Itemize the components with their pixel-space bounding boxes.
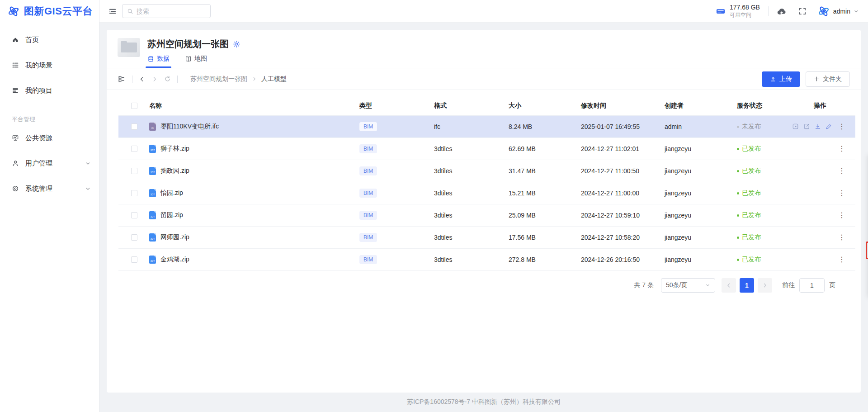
sidebar-item-public-resources[interactable]: 公共资源	[0, 125, 99, 151]
forward-icon[interactable]	[151, 76, 158, 82]
header-format: 格式	[432, 96, 507, 115]
row-checkbox[interactable]	[131, 190, 137, 196]
row-checkbox[interactable]	[131, 234, 137, 241]
prev-page-button[interactable]	[722, 278, 736, 293]
page-number-button[interactable]: 1	[740, 278, 754, 293]
header-actions: 操作	[812, 96, 855, 115]
row-more-icon[interactable]: ⋮	[836, 166, 847, 175]
system-management-icon	[12, 185, 19, 192]
header-status: 服务状态	[735, 96, 812, 115]
sidebar: 图新GIS云平台 首页 我的场景 我的项目 平台管理 公共资源 用户管理 系统管…	[0, 0, 99, 412]
top-header: 177.68 GB 可用空间 admin	[99, 0, 868, 23]
topbar-right: 177.68 GB 可用空间 admin	[716, 4, 859, 19]
upload-cloud-icon[interactable]	[777, 6, 787, 16]
row-more-icon[interactable]: ⋮	[836, 189, 847, 197]
file-type-icon: ifc	[149, 123, 156, 131]
file-type-icon: 3DT	[149, 211, 156, 219]
breadcrumb-current[interactable]: 人工模型	[261, 75, 287, 83]
row-checkbox[interactable]	[131, 146, 137, 152]
file-type-icon: 3DT	[149, 145, 156, 153]
header-creator: 创建者	[663, 96, 735, 115]
goto-page-input[interactable]	[799, 278, 825, 293]
file-name[interactable]: 枣阳110KV变电所.ifc	[160, 123, 219, 131]
chevron-down-icon	[854, 9, 859, 14]
sidebar-item-label: 用户管理	[25, 159, 52, 168]
files-table: 名称 类型 格式 大小 修改时间 创建者 服务状态 操作 ifc 枣阳110KV…	[118, 96, 855, 271]
chevron-down-icon	[85, 186, 91, 192]
plus-icon	[814, 76, 820, 82]
refresh-icon[interactable]	[164, 76, 171, 82]
edit-mini-icon[interactable]	[826, 123, 832, 130]
table-row[interactable]: 3DT 留园.zip BIM 3dtiles 25.09 MB 2024-12-…	[118, 204, 855, 226]
annotation-highlight-box	[866, 242, 868, 259]
fullscreen-icon[interactable]	[798, 7, 807, 15]
row-checkbox[interactable]	[131, 256, 137, 263]
sidebar-item-user-management[interactable]: 用户管理	[0, 151, 99, 176]
brand-logo[interactable]: 图新GIS云平台	[0, 0, 99, 23]
tab-data[interactable]: 数据	[147, 55, 170, 68]
breadcrumb-root[interactable]: 苏州空间规划一张图	[190, 75, 247, 83]
back-icon[interactable]	[139, 76, 145, 82]
download-mini-icon[interactable]	[815, 123, 821, 130]
search-icon	[127, 8, 133, 14]
icp-notice: 苏ICP备16002578号-7 中科图新（苏州）科技有限公司	[407, 398, 561, 406]
file-name[interactable]: 金鸡湖.zip	[160, 256, 189, 264]
table-row[interactable]: 3DT 金鸡湖.zip BIM 3dtiles 272.8 MB 2024-12…	[118, 248, 855, 270]
table-row[interactable]: 3DT 网师园.zip BIM 3dtiles 17.56 MB 2024-12…	[118, 226, 855, 248]
type-badge: BIM	[359, 166, 377, 175]
type-badge: BIM	[359, 189, 377, 198]
preview-icon[interactable]	[792, 123, 799, 130]
project-thumbnail	[118, 38, 140, 57]
table-row[interactable]: ifc 枣阳110KV变电所.ifc BIM ifc 8.24 MB 2025-…	[118, 115, 855, 137]
share-icon[interactable]	[803, 123, 810, 130]
database-icon	[147, 56, 154, 62]
tree-view-icon[interactable]	[118, 75, 126, 83]
sidebar-item-scenes[interactable]: 我的场景	[0, 52, 99, 78]
row-more-icon[interactable]: ⋮	[836, 255, 847, 264]
tab-map[interactable]: 地图	[185, 55, 207, 68]
new-folder-button[interactable]: 文件夹	[806, 71, 850, 87]
upload-button[interactable]: 上传	[762, 71, 800, 87]
file-name[interactable]: 网师园.zip	[160, 233, 189, 242]
table-row[interactable]: 3DT 怡园.zip BIM 3dtiles 15.21 MB 2024-12-…	[118, 182, 855, 204]
sidebar-item-label: 我的项目	[25, 86, 52, 95]
file-name[interactable]: 怡园.zip	[160, 189, 183, 197]
sidebar-item-projects[interactable]: 我的项目	[0, 78, 99, 103]
project-settings-gear-icon[interactable]	[233, 40, 241, 48]
row-checkbox[interactable]	[131, 212, 137, 218]
type-badge: BIM	[359, 233, 377, 242]
select-all-checkbox[interactable]	[131, 103, 137, 109]
storage-value: 177.68 GB	[730, 4, 760, 12]
user-management-icon	[12, 160, 19, 167]
file-type-icon: 3DT	[149, 256, 156, 264]
sidebar-collapse-icon[interactable]	[108, 7, 117, 15]
table-row[interactable]: 3DT 狮子林.zip BIM 3dtiles 62.69 MB 2024-12…	[118, 137, 855, 160]
row-more-icon[interactable]: ⋮	[836, 211, 847, 219]
table-row[interactable]: 3DT 拙政园.zip BIM 3dtiles 31.47 MB 2024-12…	[118, 160, 855, 182]
row-checkbox[interactable]	[131, 168, 137, 174]
row-more-icon[interactable]: ⋮	[836, 122, 847, 131]
page-size-select[interactable]: 50条/页	[661, 278, 715, 293]
status-badge: 已发布	[737, 211, 761, 219]
page-title: 苏州空间规划一张图	[147, 38, 229, 50]
sidebar-item-home[interactable]: 首页	[0, 27, 99, 52]
status-badge: 已发布	[737, 167, 761, 175]
user-menu[interactable]: admin	[817, 5, 859, 18]
sidebar-item-system-management[interactable]: 系统管理	[0, 176, 99, 201]
row-more-icon[interactable]: ⋮	[836, 144, 847, 153]
search-input[interactable]	[137, 8, 206, 15]
row-checkbox[interactable]	[131, 123, 137, 130]
next-page-button[interactable]	[758, 278, 772, 293]
row-actions: ⋮	[814, 166, 854, 175]
file-name[interactable]: 留园.zip	[160, 211, 183, 219]
header-type: 类型	[358, 96, 432, 115]
file-name[interactable]: 拙政园.zip	[160, 167, 189, 175]
header-name: 名称	[147, 96, 358, 115]
file-name[interactable]: 狮子林.zip	[160, 145, 189, 153]
content-card: 苏州空间规划一张图 数据地图	[107, 30, 861, 393]
disk-icon	[716, 6, 726, 16]
global-search[interactable]	[122, 4, 211, 18]
pagination-total: 共 7 条	[634, 281, 654, 289]
type-badge: BIM	[359, 122, 377, 131]
row-more-icon[interactable]: ⋮	[836, 233, 847, 242]
